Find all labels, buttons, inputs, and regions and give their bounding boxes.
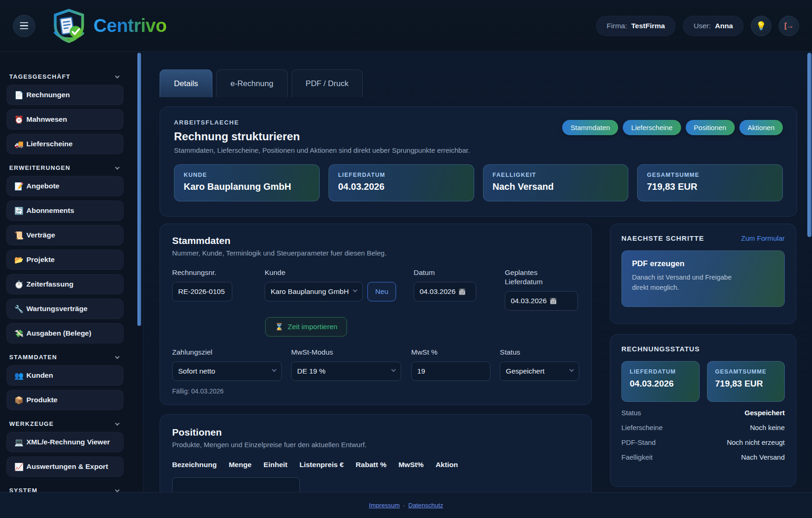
hourglass-icon: ⌛ (275, 323, 284, 331)
zum-formular-link[interactable]: Zum Formular (741, 234, 785, 242)
mwst-prozent-input[interactable] (417, 362, 485, 381)
chevron-down-icon (115, 165, 120, 169)
section-header-werkzeuge[interactable]: WERKZEUGE (6, 420, 124, 427)
status-row-faelligkeit: Faelligkeit Nach Versand (621, 453, 785, 461)
sidebar-item-vertraege[interactable]: 📜 Verträge (6, 225, 124, 245)
rechnungsnr-label: Rechnungsnr. (172, 268, 232, 277)
section-label: SYSTEM (9, 487, 37, 492)
kunde-select[interactable]: Karo Bauplanung GmbH (265, 282, 363, 301)
jump-button-positionen[interactable]: Positionen (686, 120, 735, 135)
sidebar-item-kunden[interactable]: 👥 Kunden (6, 365, 124, 386)
mwst-modus-value: DE 19 % (297, 367, 325, 375)
sidebar-item-angebote[interactable]: 📝 Angebote (6, 176, 124, 196)
summary-value: Nach Versand (493, 181, 619, 192)
pdf-erzeugen-card[interactable]: PDF erzeugen Danach ist Versand und Frei… (621, 250, 785, 307)
row-value: Noch keine (750, 424, 785, 431)
summary-value: 719,83 EUR (647, 181, 773, 192)
footer-separator: · (403, 502, 405, 509)
repeat-icon: 🔄 (14, 206, 26, 215)
tab-pdf-druck[interactable]: PDF / Druck (291, 69, 363, 97)
summary-cards: KUNDE Karo Bauplanung GmbH LIEFERDATUM 0… (174, 164, 783, 201)
summary-card-gesamtsumme: GESAMTSUMME 719,83 EUR (637, 164, 783, 201)
sidebar-item-abonnements[interactable]: 🔄 Abonnements (6, 200, 124, 221)
user-badge: User: Anna (683, 16, 744, 36)
user-value: Anna (715, 22, 733, 30)
kunde-label: Kunde (265, 268, 403, 277)
sidebar-item-lieferscheine[interactable]: 🚚 Lieferscheine (6, 134, 124, 154)
laptop-icon: 💻 (14, 438, 26, 447)
sidebar-item-xml-viewer[interactable]: 💻 XML/e-Rechnung Viewer (6, 432, 124, 452)
page-scrollbar[interactable] (807, 53, 812, 237)
stopwatch-icon: ⏱️ (14, 280, 26, 289)
chevron-down-icon (115, 74, 120, 78)
sidebar-item-auswertungen[interactable]: 📈 Auswertungen & Export (6, 456, 124, 477)
sidebar-section-erweiterungen: ERWEITERUNGEN 📝 Angebote 🔄 Abonnements 📜… (6, 164, 124, 343)
menu-icon[interactable] (13, 15, 35, 37)
jump-button-stammdaten[interactable]: Stammdaten (562, 120, 618, 135)
mwst-modus-select[interactable]: DE 19 % (291, 362, 401, 381)
chevron-down-icon (115, 354, 120, 359)
firma-value: TestFirma (631, 22, 665, 30)
geplantes-lieferdatum-input[interactable]: 04.03.2026 📅 (505, 291, 578, 311)
import-time-button[interactable]: ⌛ Zeit importieren (265, 317, 347, 337)
datum-label: Datum (414, 268, 476, 277)
row-label: Faelligkeit (621, 453, 653, 461)
section-header-stammdaten[interactable]: STAMMDATEN (6, 354, 124, 361)
section-header-tagesgeschaeft[interactable]: TAGESGESCHÄFT (6, 73, 124, 80)
sidebar-item-rechnungen[interactable]: 📄 Rechnungen (6, 85, 124, 105)
position-bezeichnung-input[interactable] (172, 477, 300, 492)
col-listenpreis: Listenpreis € (299, 461, 344, 469)
rechnungsnr-input[interactable] (178, 282, 226, 301)
sidebar-item-label: Produkte (26, 396, 57, 404)
jump-button-lieferscheine[interactable]: Lieferscheine (623, 120, 681, 135)
tab-details[interactable]: Details (160, 69, 212, 97)
mini-value: 04.03.2026 (630, 379, 691, 389)
sidebar-item-wartungsvertraege[interactable]: 🔧 Wartungsverträge (6, 299, 124, 319)
sidebar-item-mahnwesen[interactable]: ⏰ Mahnwesen (6, 109, 124, 130)
page-subtitle: Stammdaten, Lieferscheine, Positionen un… (174, 146, 470, 154)
section-header-erweiterungen[interactable]: ERWEITERUNGEN (6, 164, 124, 171)
section-label: TAGESGESCHÄFT (9, 73, 70, 80)
summary-value: Karo Bauplanung GmbH (184, 181, 310, 192)
sidebar-item-zeiterfassung[interactable]: ⏱️ Zeiterfassung (6, 274, 124, 294)
sidebar-item-ausgaben[interactable]: 💸 Ausgaben (Belege) (6, 323, 124, 343)
customers-icon: 👥 (14, 371, 26, 380)
firma-badge: Firma: TestFirma (596, 16, 676, 36)
positionen-card: Positionen Produkte, Mengen und Einzelpr… (160, 414, 592, 492)
new-customer-button[interactable]: Neu (367, 282, 396, 301)
calendar-icon: 📅 (550, 298, 557, 305)
sidebar-section-tagesgeschaeft: TAGESGESCHÄFT 📄 Rechnungen ⏰ Mahnwesen 🚚… (6, 73, 124, 154)
logout-button[interactable]: [→ (779, 16, 799, 36)
import-time-label: Zeit importieren (288, 323, 338, 331)
jump-buttons: Stammdaten Lieferscheine Positionen Akti… (562, 120, 783, 135)
shield-logo-icon (49, 8, 89, 44)
sidebar-item-produkte[interactable]: 📦 Produkte (6, 390, 124, 410)
section-label: WERKZEUGE (9, 420, 54, 427)
workspace-eyebrow: ARBEITSFLAECHE (174, 119, 470, 126)
stammdaten-card: Stammdaten Nummer, Kunde, Terminlogik un… (160, 224, 592, 405)
col-aktion: Aktion (435, 461, 458, 469)
sidebar-item-label: Projekte (26, 256, 55, 264)
sidebar-item-label: Abonnements (26, 206, 74, 215)
sidebar-item-label: Auswertungen & Export (26, 462, 108, 471)
jump-button-aktionen[interactable]: Aktionen (739, 120, 783, 135)
tip-button[interactable]: 💡 (751, 16, 771, 36)
folder-icon: 📂 (14, 256, 26, 264)
datum-input[interactable]: 04.03.2026 📅 (414, 282, 476, 301)
chevron-down-icon (115, 421, 120, 425)
zahlungsziel-select[interactable]: Sofort netto (172, 362, 282, 381)
sidebar-scrollbar[interactable] (137, 53, 141, 326)
wrench-icon: 🔧 (14, 305, 26, 313)
datenschutz-link[interactable]: Datenschutz (409, 502, 443, 509)
firma-label: Firma: (607, 22, 627, 30)
sidebar-section-system: SYSTEM (6, 487, 124, 492)
row-label: PDF-Stand (621, 438, 656, 446)
impressum-link[interactable]: Impressum (369, 502, 400, 509)
status-select[interactable]: Gespeichert (500, 362, 579, 381)
mwst-prozent-field-wrap (411, 362, 491, 381)
status-mini-card-lieferdatum: LIEFERDATUM 04.03.2026 (621, 361, 700, 402)
sidebar-section-stammdaten: STAMMDATEN 👥 Kunden 📦 Produkte (6, 354, 124, 410)
sidebar-item-projekte[interactable]: 📂 Projekte (6, 250, 124, 270)
tab-e-rechnung[interactable]: e-Rechnung (216, 69, 288, 97)
section-header-system[interactable]: SYSTEM (6, 487, 124, 492)
